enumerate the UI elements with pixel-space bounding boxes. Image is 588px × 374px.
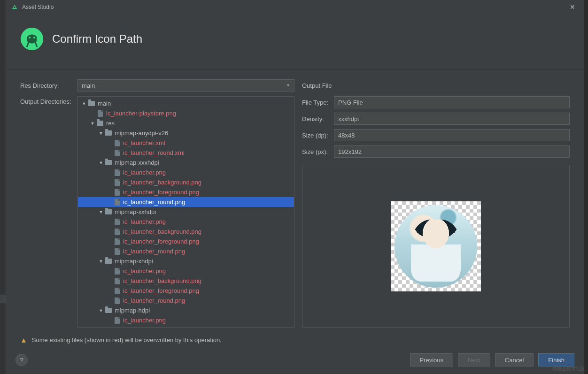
folder-icon bbox=[96, 121, 104, 126]
tree-item-label: ic_launcher.png bbox=[123, 267, 166, 275]
tree-folder[interactable]: ▼res bbox=[78, 118, 294, 128]
tree-file[interactable]: ic_launcher_round.png bbox=[78, 246, 294, 256]
tree-file[interactable]: ic_launcher-playstore.png bbox=[78, 108, 294, 118]
expand-arrow-icon[interactable]: ▼ bbox=[98, 259, 104, 264]
tree-item-label: ic_launcher_round.xml bbox=[123, 149, 185, 156]
ide-gutter bbox=[0, 0, 6, 374]
tree-file[interactable]: ic_launcher.xml bbox=[78, 138, 294, 148]
previous-button[interactable]: Previous bbox=[410, 353, 454, 366]
tree-item-label: ic_launcher_foreground.png bbox=[123, 238, 199, 245]
size-px-label: Size (px): bbox=[302, 148, 334, 155]
tree-item-label: ic_launcher_background.png bbox=[123, 228, 201, 235]
file-icon bbox=[113, 298, 121, 304]
folder-icon bbox=[104, 130, 113, 136]
tree-item-label: ic_launcher_foreground.png bbox=[123, 189, 199, 196]
tree-item-label: mipmap-anydpi-v26 bbox=[115, 130, 168, 137]
tree-item-label: ic_launcher_round.png bbox=[123, 248, 185, 255]
dialog-header: Confirm Icon Path bbox=[6, 14, 584, 70]
page-title: Confirm Icon Path bbox=[52, 32, 142, 46]
tree-item-label: mipmap-xhdpi bbox=[115, 258, 153, 265]
android-studio-icon bbox=[11, 3, 18, 11]
left-column: Res Directory: main Output Directories: … bbox=[20, 79, 294, 328]
res-directory-value: main bbox=[82, 82, 95, 89]
tree-folder[interactable]: ▼mipmap-hdpi bbox=[78, 305, 294, 315]
titlebar: Asset Studio ✕ bbox=[6, 0, 584, 14]
file-type-value: PNG File bbox=[334, 96, 570, 108]
tree-item-label: res bbox=[106, 120, 115, 127]
file-icon bbox=[113, 219, 121, 225]
tree-item-label: ic_launcher.png bbox=[123, 169, 166, 176]
tree-item-label: ic_launcher.xml bbox=[123, 139, 165, 146]
ide-tool-tab[interactable] bbox=[0, 295, 6, 303]
tree-file[interactable]: ic_launcher_foreground.png bbox=[78, 286, 294, 296]
finish-button[interactable]: Finish bbox=[538, 353, 574, 366]
file-icon bbox=[113, 150, 121, 156]
tree-item-label: ic_launcher.png bbox=[123, 317, 166, 324]
tree-item-label: mipmap-xxhdpi bbox=[115, 208, 156, 215]
density-label: Density: bbox=[302, 115, 334, 122]
folder-icon bbox=[104, 308, 113, 313]
file-icon bbox=[113, 288, 121, 294]
tree-item-label: ic_launcher_background.png bbox=[123, 277, 201, 284]
tree-folder[interactable]: ▼mipmap-xxhdpi bbox=[78, 207, 294, 217]
close-icon[interactable]: ✕ bbox=[566, 1, 579, 13]
expand-arrow-icon[interactable]: ▼ bbox=[98, 160, 104, 165]
res-directory-select[interactable]: main bbox=[77, 79, 294, 92]
tree-file[interactable]: ic_launcher_background.png bbox=[78, 177, 294, 187]
tree-file[interactable]: ic_launcher_foreground.png bbox=[78, 237, 294, 246]
file-icon bbox=[113, 169, 121, 176]
dialog-body: Res Directory: main Output Directories: … bbox=[6, 70, 584, 328]
tree-file[interactable]: ic_launcher_round.xml bbox=[78, 148, 294, 158]
svg-point-1 bbox=[29, 37, 31, 38]
tree-item-label: mipmap-hdpi bbox=[115, 307, 150, 314]
tree-item-label: main bbox=[98, 100, 111, 107]
watermark: @掘金技术社区 bbox=[552, 366, 585, 372]
expand-arrow-icon[interactable]: ▼ bbox=[89, 121, 96, 126]
tree-file[interactable]: ic_launcher.png bbox=[78, 217, 294, 227]
right-column: Output File File Type: PNG File Density:… bbox=[302, 79, 570, 328]
file-type-label: File Type: bbox=[302, 99, 334, 106]
tree-file[interactable]: ic_launcher_round.png bbox=[78, 296, 294, 305]
expand-arrow-icon[interactable]: ▼ bbox=[81, 101, 87, 106]
svg-point-2 bbox=[33, 37, 35, 38]
warning-row: ▲ Some existing files (shown in red) wil… bbox=[6, 328, 584, 349]
tree-item-label: ic_launcher_background.png bbox=[123, 179, 201, 186]
folder-icon bbox=[104, 209, 113, 214]
asset-studio-dialog: Asset Studio ✕ Confirm Icon Path Res Dir… bbox=[6, 0, 584, 374]
tree-folder[interactable]: ▼mipmap-xhdpi bbox=[78, 256, 294, 266]
tree-folder[interactable]: ▼mipmap-anydpi-v26 bbox=[78, 128, 294, 138]
file-icon bbox=[113, 317, 121, 324]
tree-folder[interactable]: ▼main bbox=[78, 99, 294, 108]
file-icon bbox=[113, 238, 121, 245]
icon-preview bbox=[391, 201, 481, 291]
file-icon bbox=[113, 179, 121, 186]
expand-arrow-icon[interactable]: ▼ bbox=[98, 308, 104, 313]
android-head-icon bbox=[20, 27, 44, 51]
tree-folder[interactable]: ▼mipmap-xxxhdpi bbox=[78, 158, 294, 168]
tree-file[interactable]: ic_launcher_round.png bbox=[78, 197, 294, 207]
tree-file[interactable]: ic_launcher_background.png bbox=[78, 227, 294, 237]
tree-item-label: ic_launcher_round.png bbox=[123, 198, 185, 206]
dialog-footer: ? Previous Next Cancel Finish bbox=[6, 349, 584, 374]
expand-arrow-icon[interactable]: ▼ bbox=[98, 210, 104, 214]
window-title: Asset Studio bbox=[22, 4, 566, 10]
tree-file[interactable]: ic_launcher_foreground.png bbox=[78, 187, 294, 197]
tree-file[interactable]: ic_launcher.png bbox=[78, 315, 294, 325]
size-dp-value: 48x48 bbox=[334, 129, 570, 141]
size-dp-label: Size (dp): bbox=[302, 132, 334, 139]
cancel-button[interactable]: Cancel bbox=[495, 353, 534, 366]
help-button[interactable]: ? bbox=[15, 354, 28, 366]
density-value: xxxhdpi bbox=[334, 113, 570, 125]
tree-item-label: ic_launcher_round.png bbox=[123, 297, 185, 304]
warning-text: Some existing files (shown in red) will … bbox=[32, 336, 222, 343]
folder-icon bbox=[87, 101, 96, 106]
next-button: Next bbox=[458, 353, 490, 366]
output-tree[interactable]: ▼mainic_launcher-playstore.png▼res▼mipma… bbox=[77, 96, 294, 328]
file-icon bbox=[96, 110, 104, 117]
file-icon bbox=[113, 199, 121, 206]
output-directories-label: Output Directories: bbox=[20, 96, 77, 105]
tree-file[interactable]: ic_launcher.png bbox=[78, 168, 294, 177]
tree-file[interactable]: ic_launcher.png bbox=[78, 266, 294, 276]
tree-file[interactable]: ic_launcher_background.png bbox=[78, 276, 294, 286]
expand-arrow-icon[interactable]: ▼ bbox=[98, 131, 104, 136]
